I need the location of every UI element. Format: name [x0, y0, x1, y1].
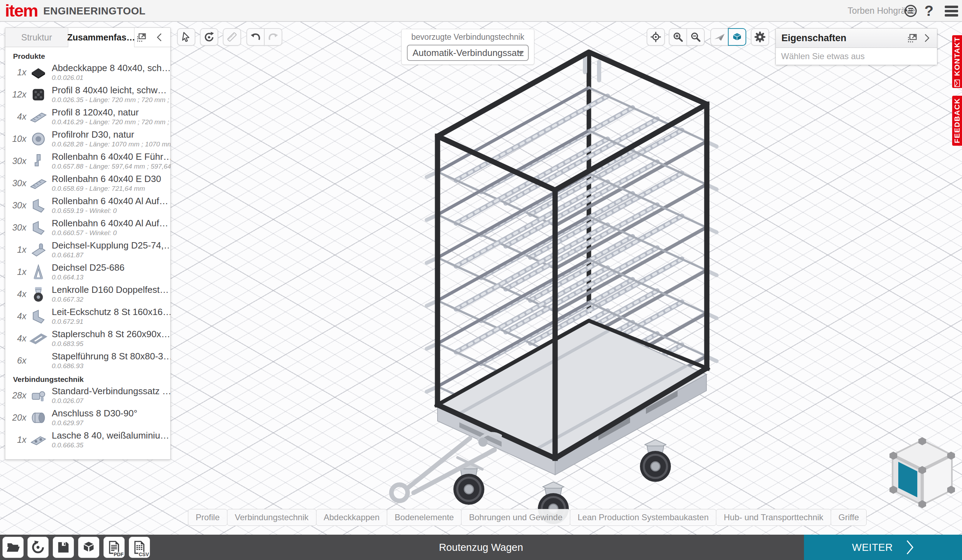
- item-name: Staplerschuh 8 St 260x90x…: [52, 329, 170, 340]
- zoom-out-button[interactable]: [686, 28, 705, 46]
- zoom-in-button[interactable]: [669, 28, 687, 46]
- item-qty: 12x: [5, 89, 26, 100]
- history-icon[interactable]: [902, 3, 918, 19]
- part-thumbnail: [26, 263, 50, 282]
- tab-bodenelemente[interactable]: Bodenelemente: [387, 509, 462, 526]
- restore-version-button[interactable]: [27, 537, 48, 558]
- tab-bohrungen-und-gewinde[interactable]: Bohrungen und Gewinde: [461, 509, 570, 526]
- item-name: Rollenbahn 6 40x40 E Führ…: [52, 152, 170, 162]
- wireframe-view-button[interactable]: [710, 28, 729, 46]
- chevron-right-icon: [906, 540, 914, 555]
- flat-view-icon: [713, 31, 726, 43]
- list-item[interactable]: 4xLenkrolle D160 Doppelfest…0.0.667.32: [5, 283, 170, 305]
- center-view-button[interactable]: [647, 28, 665, 46]
- zoom-out-icon: [689, 31, 702, 43]
- item-detail: 0.0.657.88 - Länge: 597,64 mm ; 597,64 m…: [52, 163, 170, 170]
- popout-icon[interactable]: [134, 30, 148, 44]
- list-item[interactable]: 4xStaplerschuh 8 St 260x90x…0.0.683.95: [5, 328, 170, 350]
- render-mode-group: [710, 28, 746, 46]
- select-tool-button[interactable]: [177, 28, 195, 46]
- properties-panel: Eigenschaften Wählen Sie etwas aus: [775, 28, 937, 65]
- list-item[interactable]: 30xRollenbahn 6 40x40 E Führ…0.0.657.88 …: [5, 150, 170, 172]
- list-item[interactable]: 1xLasche 8 40, weißaluminiu…0.0.666.35: [5, 429, 170, 451]
- export-3d-button[interactable]: [78, 537, 99, 558]
- tab-griffe[interactable]: Griffe: [831, 509, 867, 526]
- app-title: ENGINEERINGTOOL: [43, 5, 146, 17]
- tab-hub-und-transporttechnik[interactable]: Hub- und Transporttechnik: [716, 509, 831, 526]
- settings-button[interactable]: [751, 28, 769, 46]
- item-qty: 20x: [5, 413, 26, 423]
- item-detail: 0.0.658.69 - Länge: 721,64 mm: [52, 185, 170, 192]
- rotate-icon: [203, 31, 215, 43]
- item-name: Leit-Eckschutz 8 St 160x16…: [52, 307, 170, 318]
- undo-button[interactable]: [246, 28, 265, 46]
- item-qty: 6x: [5, 355, 26, 366]
- tab-struktur-label: Struktur: [21, 32, 52, 43]
- solid-view-icon: [731, 31, 743, 43]
- item-detail: 0.0.416.29 - Länge: 720 mm ; 720 mm ; 12…: [52, 118, 170, 126]
- orientation-cube[interactable]: [889, 437, 955, 508]
- zoom-in-icon: [671, 31, 684, 43]
- parts-panel: Struktur Zusammenfas… Produkte 1xAbdeckk…: [5, 27, 171, 460]
- tab-struktur[interactable]: Struktur: [5, 28, 68, 47]
- open-project-button[interactable]: [2, 537, 24, 558]
- collapse-panel-icon[interactable]: [153, 30, 167, 44]
- weiter-button[interactable]: WEITER: [804, 535, 962, 560]
- kontakt-tab[interactable]: KONTAKT: [952, 35, 962, 88]
- popout-icon[interactable]: [906, 31, 919, 45]
- redo-button[interactable]: [264, 28, 282, 46]
- list-item[interactable]: 12xProfil 8 40x40 leicht, schw…0.0.026.3…: [5, 84, 170, 106]
- save-icon: [56, 540, 71, 555]
- help-button[interactable]: ?: [921, 3, 937, 19]
- measure-tool-button[interactable]: [223, 28, 241, 46]
- export-csv-button[interactable]: CSV: [129, 537, 150, 558]
- item-name: Lasche 8 40, weißaluminiu…: [52, 431, 170, 441]
- part-thumbnail: [26, 174, 50, 193]
- item-detail: 0.0.666.35: [52, 441, 170, 449]
- tab-verbindungstechnik[interactable]: Verbindungstechnik: [227, 509, 316, 526]
- properties-header: Eigenschaften: [776, 29, 937, 48]
- tab-lean-production[interactable]: Lean Production Systembaukasten: [570, 509, 716, 526]
- app-header: item ENGINEERINGTOOL Torben Hohgräve ?: [0, 0, 962, 22]
- part-thumbnail: [26, 329, 50, 348]
- rotate-tool-button[interactable]: [200, 28, 218, 46]
- crosshair-icon: [649, 31, 662, 43]
- item-qty: 4x: [5, 289, 26, 299]
- item-detail: 0.0.686.93: [52, 362, 170, 370]
- tab-abdeckkappen[interactable]: Abdeckkappen: [316, 509, 387, 526]
- tab-profile[interactable]: Profile: [188, 509, 228, 526]
- connection-type-select[interactable]: Automatik-Verbindungssatz: [407, 45, 529, 61]
- list-item[interactable]: 4xProfil 8 120x40, natur0.0.416.29 - Län…: [5, 106, 170, 128]
- export-pdf-button[interactable]: PDF: [103, 537, 124, 558]
- save-button[interactable]: [53, 537, 74, 558]
- menu-icon[interactable]: [943, 3, 960, 19]
- list-item[interactable]: 1xDeichsel-Kupplung D25-74,…0.0.661.87: [5, 239, 170, 261]
- item-qty: 30x: [5, 200, 26, 210]
- section-produkte: Produkte: [13, 52, 170, 61]
- list-item[interactable]: 30xRollenbahn 6 40x40 Al Auf…0.0.660.57 …: [5, 216, 170, 239]
- tab-zusammenfassung[interactable]: Zusammenfas…: [68, 28, 134, 47]
- collapse-properties-icon[interactable]: [919, 31, 933, 45]
- item-qty: 1x: [5, 67, 26, 77]
- properties-title: Eigenschaften: [781, 33, 906, 44]
- item-detail: 0.0.672.91: [52, 318, 170, 326]
- list-item[interactable]: 10xProfilrohr D30, natur0.0.628.28 - Län…: [5, 128, 170, 150]
- list-item[interactable]: 30xRollenbahn 6 40x40 E D300.0.658.69 - …: [5, 172, 170, 194]
- solid-view-button[interactable]: [728, 28, 746, 46]
- list-item[interactable]: 6xStapelführung 8 St 80x80-3…0.0.686.93: [5, 350, 170, 372]
- list-item[interactable]: 30xRollenbahn 6 40x40 Al Auf…0.0.659.19 …: [5, 194, 170, 216]
- list-item[interactable]: 4xLeit-Eckschutz 8 St 160x16…0.0.672.91: [5, 305, 170, 328]
- part-thumbnail: [26, 285, 50, 304]
- list-item[interactable]: 1xAbdeckkappe 8 40x40, sch…0.0.026.01: [5, 61, 170, 84]
- feedback-tab[interactable]: FEEDBACK: [952, 96, 962, 146]
- list-item[interactable]: 28xStandard-Verbindungssatz …0.0.026.07: [5, 384, 170, 407]
- parts-panel-tabs: Struktur Zusammenfas…: [5, 28, 170, 47]
- help-icon: ?: [924, 3, 933, 18]
- item-detail: 0.0.628.28 - Länge: 1070 mm ; 1070 mm: [52, 140, 170, 148]
- item-qty: 4x: [5, 311, 26, 321]
- list-item[interactable]: 20xAnschluss 8 D30-90°0.0.629.97: [5, 407, 170, 429]
- part-thumbnail: [26, 408, 50, 427]
- weiter-label: WEITER: [852, 542, 893, 553]
- list-item[interactable]: 1xDeichsel D25-6860.0.664.13: [5, 261, 170, 283]
- item-name: Stapelführung 8 St 80x80-3…: [52, 351, 170, 362]
